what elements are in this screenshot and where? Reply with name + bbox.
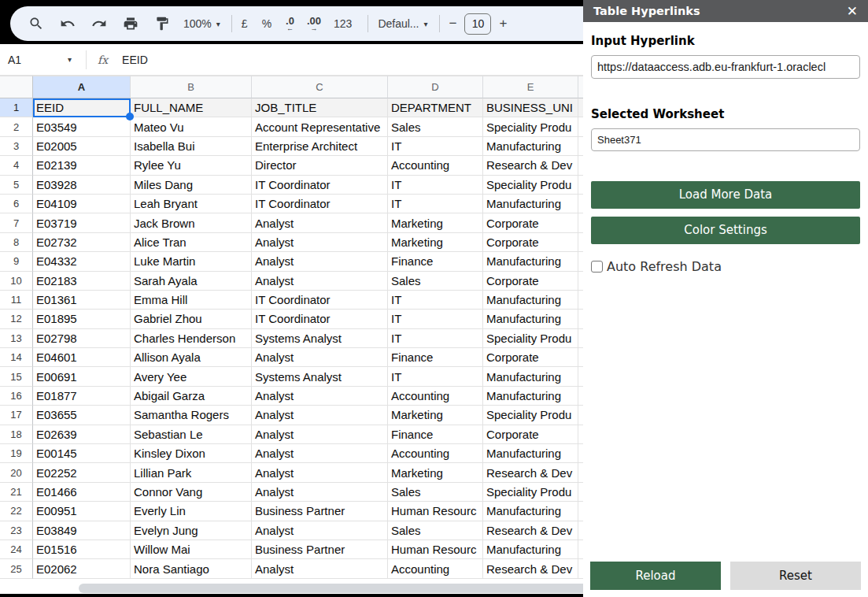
cell-E10[interactable]: Corporate [483,272,578,291]
row-header-16[interactable]: 16 [0,387,33,406]
cell-D13[interactable]: IT [388,329,483,348]
cell-D24[interactable]: Human Resourc [388,540,483,559]
hyperlink-input[interactable] [591,55,860,79]
reload-button[interactable]: Reload [590,562,721,590]
cell-A10[interactable]: E02183 [33,272,131,291]
cell-C3[interactable]: Enterprise Architect [252,137,388,156]
cell-A14[interactable]: E04601 [33,348,131,367]
cell-D8[interactable]: Marketing [388,233,483,252]
cell-A11[interactable]: E01361 [33,291,131,310]
row-header-23[interactable]: 23 [0,521,33,540]
cell-B19[interactable]: Kinsley Dixon [131,444,252,463]
print-icon[interactable] [120,13,141,34]
column-header-D[interactable]: D [388,76,483,98]
cell-A2[interactable]: E03549 [33,117,131,136]
cell-B1[interactable]: FULL_NAME [131,98,252,117]
cell-E3[interactable]: Manufacturing [483,137,578,156]
cell-B2[interactable]: Mateo Vu [131,117,252,136]
cell-B8[interactable]: Alice Tran [131,233,252,252]
cell-A19[interactable]: E00145 [33,444,131,463]
cell-C14[interactable]: Analyst [252,348,388,367]
cell-E7[interactable]: Corporate [483,213,578,232]
decrease-font-size-button[interactable]: − [449,16,457,32]
cell-C12[interactable]: IT Coordinator [252,310,388,328]
chevron-down-icon[interactable]: ▾ [68,55,72,64]
cell-C1[interactable]: JOB_TITLE [252,98,388,117]
cell-E8[interactable]: Corporate [483,233,578,252]
row-header-5[interactable]: 5 [0,176,33,195]
row-header-14[interactable]: 14 [0,348,33,367]
more-formats-button[interactable]: 123 [334,17,352,30]
column-header-E[interactable]: E [483,76,578,98]
cell-E24[interactable]: Manufacturing [483,540,578,559]
row-header-7[interactable]: 7 [0,213,33,232]
column-header-B[interactable]: B [131,76,252,98]
cell-D15[interactable]: IT [388,367,483,386]
cell-D10[interactable]: Sales [388,272,483,291]
cell-A4[interactable]: E02139 [33,156,131,175]
cell-C11[interactable]: IT Coordinator [252,291,388,310]
cell-A15[interactable]: E00691 [33,367,131,386]
close-icon[interactable]: ✕ [847,5,858,18]
cell-C4[interactable]: Director [252,156,388,175]
cell-C16[interactable]: Analyst [252,387,388,406]
reset-button[interactable]: Reset [730,562,861,590]
cell-D11[interactable]: IT [388,291,483,310]
cell-C7[interactable]: Analyst [252,213,388,232]
format-currency-button[interactable]: £ [242,17,248,30]
cell-E4[interactable]: Research & Dev [483,156,578,175]
cell-D14[interactable]: Finance [388,348,483,367]
cell-B4[interactable]: Rylee Yu [131,156,252,175]
cell-E5[interactable]: Speciality Produ [483,176,578,195]
cell-E15[interactable]: Manufacturing [483,367,578,386]
cell-E2[interactable]: Speciality Produ [483,117,578,136]
row-header-19[interactable]: 19 [0,444,33,463]
cell-B9[interactable]: Luke Martin [131,252,252,271]
cell-B12[interactable]: Gabriel Zhou [131,310,252,328]
search-icon[interactable] [26,13,46,34]
cell-B25[interactable]: Nora Santiago [131,559,252,578]
row-header-9[interactable]: 9 [0,252,33,271]
cell-B18[interactable]: Sebastian Le [131,425,252,444]
cell-A6[interactable]: E04109 [33,195,131,213]
select-all-corner[interactable] [0,76,33,98]
cell-C21[interactable]: Analyst [252,483,388,502]
cell-D19[interactable]: Accounting [388,444,483,463]
cell-A5[interactable]: E03928 [33,176,131,195]
cell-E16[interactable]: Manufacturing [483,387,578,406]
cell-A24[interactable]: E01516 [33,540,131,559]
cell-C2[interactable]: Account Representative [252,117,388,136]
column-header-A[interactable]: A [33,76,131,98]
row-header-6[interactable]: 6 [0,195,33,213]
cell-B20[interactable]: Lillian Park [131,463,252,482]
cell-C17[interactable]: Analyst [252,406,388,425]
cell-C18[interactable]: Analyst [252,425,388,444]
cell-C22[interactable]: Business Partner [252,502,388,521]
cell-B23[interactable]: Evelyn Jung [131,521,252,540]
cell-E19[interactable]: Manufacturing [483,444,578,463]
cell-E18[interactable]: Corporate [483,425,578,444]
cell-A7[interactable]: E03719 [33,213,131,232]
formula-input[interactable]: EEID [122,54,148,66]
cell-B14[interactable]: Allison Ayala [131,348,252,367]
cell-D4[interactable]: Accounting [388,156,483,175]
cell-B21[interactable]: Connor Vang [131,483,252,502]
row-header-11[interactable]: 11 [0,291,33,310]
row-header-25[interactable]: 25 [0,559,33,578]
cell-C23[interactable]: Analyst [252,521,388,540]
cell-D22[interactable]: Human Resourc [388,502,483,521]
color-settings-button[interactable]: Color Settings [591,217,860,244]
row-header-1[interactable]: 1 [0,98,33,117]
cell-D6[interactable]: IT [388,195,483,213]
row-header-18[interactable]: 18 [0,425,33,444]
row-header-24[interactable]: 24 [0,540,33,559]
cell-D21[interactable]: Sales [388,483,483,502]
row-header-3[interactable]: 3 [0,137,33,156]
cell-B13[interactable]: Charles Henderson [131,329,252,348]
cell-D9[interactable]: Finance [388,252,483,271]
cell-E22[interactable]: Manufacturing [483,502,578,521]
increase-font-size-button[interactable]: + [499,16,507,32]
cell-B10[interactable]: Sarah Ayala [131,272,252,291]
row-header-2[interactable]: 2 [0,117,33,136]
cell-C15[interactable]: Systems Analyst [252,367,388,386]
